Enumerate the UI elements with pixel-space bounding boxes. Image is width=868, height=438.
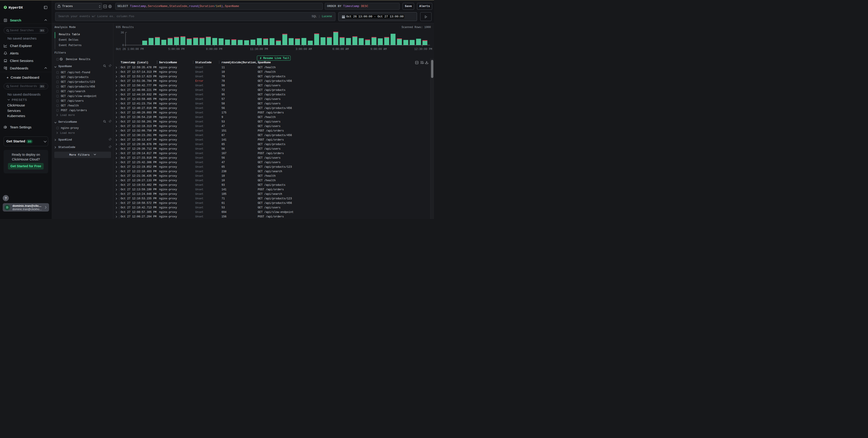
svg-text:11:30:00 PM: 11:30:00 PM <box>250 48 268 51</box>
svg-text:12:30:00 PM: 12:30:00 PM <box>414 48 432 51</box>
svg-text:36: 36 <box>121 31 124 34</box>
svg-text:9:00:00 AM: 9:00:00 AM <box>370 48 387 51</box>
svg-text:6:00:00 AM: 6:00:00 AM <box>333 48 349 51</box>
svg-text:0: 0 <box>122 44 124 47</box>
svg-text:Oct 26 1:00:00 PM: Oct 26 1:00:00 PM <box>116 48 144 51</box>
svg-text:3:00:00 AM: 3:00:00 AM <box>296 48 312 51</box>
svg-text:5:00:00 PM: 5:00:00 PM <box>168 48 185 51</box>
svg-text:8:00:00 PM: 8:00:00 PM <box>206 48 222 51</box>
